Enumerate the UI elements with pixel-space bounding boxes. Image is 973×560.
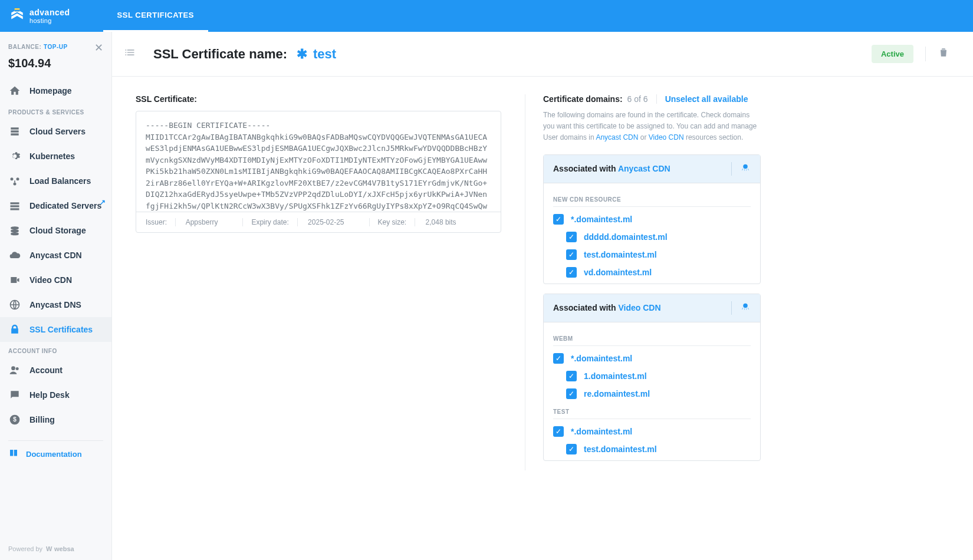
anycast-cdn-box: Associated with Anycast CDN NEW CDN RESO… [543, 154, 761, 284]
users-icon [8, 364, 21, 377]
checkbox-checked-icon[interactable]: ✓ [553, 353, 564, 364]
domain-link[interactable]: 1.domaintest.ml [584, 371, 647, 381]
nav-load-balancers[interactable]: Load Balancers [0, 169, 111, 193]
websa-logo-icon: Wwebsa [46, 545, 79, 553]
domain-row[interactable]: ✓test.domaintest.ml [553, 246, 751, 263]
domain-link[interactable]: *.domaintest.ml [571, 427, 632, 436]
nav-dedicated-servers[interactable]: Dedicated Servers ↗ [0, 193, 111, 218]
nav-video-cdn[interactable]: Video CDN [0, 268, 111, 292]
nav-label: Cloud Storage [29, 226, 86, 235]
brand-logo-icon [9, 8, 25, 24]
checkbox-checked-icon[interactable]: ✓ [553, 426, 564, 437]
domain-row[interactable]: ✓*.domaintest.ml [553, 350, 751, 367]
brand-logo-text: advanced hosting [29, 8, 70, 24]
nav-label: SSL Certificates [29, 325, 93, 334]
nav-label: Dedicated Servers [29, 201, 101, 210]
nav-ssl-certificates[interactable]: SSL Certificates [0, 317, 111, 342]
sidebar-close-icon[interactable]: ✕ [94, 41, 103, 54]
domain-link[interactable]: test.domaintest.ml [584, 250, 657, 259]
domain-row[interactable]: ✓vd.domaintest.ml [553, 263, 751, 281]
anycast-cdn-link[interactable]: Anycast CDN [596, 133, 638, 141]
svg-point-3 [17, 177, 19, 180]
nav-homepage[interactable]: Homepage [0, 78, 111, 103]
anycast-cdn-head-link[interactable]: Anycast CDN [618, 164, 670, 173]
external-link-icon: ↗ [100, 198, 106, 206]
svg-text:W: W [46, 545, 52, 552]
list-icon[interactable] [124, 47, 136, 61]
nav-kubernetes[interactable]: Kubernetes [0, 144, 111, 169]
svg-point-13 [743, 303, 748, 308]
top-bar: advanced hosting SSL CERTIFICATES [0, 0, 973, 32]
resource-label: WEBM [553, 332, 751, 346]
checkbox-checked-icon[interactable]: ✓ [566, 371, 577, 381]
nav-help-desk[interactable]: Help Desk [0, 383, 111, 407]
video-cdn-box: Associated with Video CDN WEBM ✓*.domain… [543, 294, 761, 461]
certificate-box: -----BEGIN CERTIFICATE----- MIID1TCCAr2g… [136, 111, 501, 233]
topnav-tab-ssl[interactable]: SSL CERTIFICATES [103, 0, 208, 32]
brand-logo[interactable]: advanced hosting [9, 8, 70, 24]
documentation-link[interactable]: Documentation [8, 440, 103, 467]
cloud-icon [8, 249, 21, 262]
balance-label: BALANCE: [8, 44, 41, 50]
resource-label: NEW CDN RESOURCE [553, 193, 751, 207]
storage-icon [8, 224, 21, 237]
nav-label: Anycast DNS [29, 300, 81, 309]
domain-link[interactable]: *.domaintest.ml [571, 215, 632, 224]
resource-label: TEST [553, 405, 751, 419]
home-icon [8, 84, 21, 97]
domain-link[interactable]: test.domaintest.ml [584, 444, 657, 454]
wildcard-icon: ✱ [297, 47, 307, 62]
checkbox-checked-icon[interactable]: ✓ [566, 388, 577, 399]
svg-point-4 [14, 183, 17, 186]
checkbox-checked-icon[interactable]: ✓ [553, 214, 564, 225]
certificate-name[interactable]: test [313, 47, 336, 62]
nav-label: Account [29, 365, 63, 375]
globe-icon [8, 298, 21, 311]
svg-text:$: $ [13, 416, 17, 423]
nav-anycast-dns[interactable]: Anycast DNS [0, 292, 111, 317]
lock-icon [8, 323, 21, 336]
nav-label: Anycast CDN [29, 251, 82, 260]
domain-row[interactable]: ✓*.domaintest.ml [553, 210, 751, 228]
domain-row[interactable]: ✓re.domaintest.ml [553, 385, 751, 403]
checkbox-checked-icon[interactable]: ✓ [566, 444, 577, 454]
checkbox-checked-icon[interactable]: ✓ [566, 267, 577, 278]
certificate-body[interactable]: -----BEGIN CERTIFICATE----- MIID1TCCAr2g… [136, 111, 501, 212]
domain-link[interactable]: ddddd.domaintest.ml [584, 232, 668, 242]
nav-label: Billing [29, 415, 55, 424]
powered-by: Powered by Wwebsa [0, 538, 111, 560]
video-icon [8, 274, 21, 286]
gear-icon [8, 150, 21, 163]
rack-icon [8, 199, 21, 212]
domain-link[interactable]: vd.domaintest.ml [584, 268, 652, 277]
nav-account[interactable]: Account [0, 358, 111, 383]
domain-row[interactable]: ✓test.domaintest.ml [553, 440, 751, 458]
domain-link[interactable]: re.domaintest.ml [584, 389, 650, 398]
checkbox-checked-icon[interactable]: ✓ [566, 232, 577, 242]
video-cdn-link[interactable]: Video CDN [649, 133, 684, 141]
svg-point-6 [11, 366, 15, 370]
video-cdn-head-link[interactable]: Video CDN [618, 303, 660, 312]
domain-row[interactable]: ✓*.domaintest.ml [553, 423, 751, 440]
checkbox-checked-icon[interactable]: ✓ [566, 249, 577, 260]
balance-amount: $104.94 [0, 57, 111, 78]
cert-issuer: Issuer: Appsberry [146, 218, 243, 226]
nav-label: Homepage [29, 86, 72, 95]
domains-title: Certificate domains: [543, 94, 623, 104]
nav-cloud-servers[interactable]: Cloud Servers [0, 119, 111, 144]
nav-cloud-storage[interactable]: Cloud Storage [0, 218, 111, 243]
unselect-all-link[interactable]: Unselect all available [665, 94, 748, 104]
dollar-icon: $ [8, 413, 21, 426]
domain-row[interactable]: ✓1.domaintest.ml [553, 367, 751, 385]
topup-link[interactable]: TOP-UP [44, 44, 68, 50]
svg-point-7 [16, 367, 19, 370]
nav-label: Cloud Servers [29, 127, 86, 136]
domain-link[interactable]: *.domaintest.ml [571, 354, 632, 363]
main-content: SSL Certificate name: ✱ test Active SSL … [112, 32, 973, 560]
nav-anycast-cdn[interactable]: Anycast CDN [0, 243, 111, 268]
nav-billing[interactable]: $ Billing [0, 407, 111, 432]
associated-prefix: Associated with [553, 303, 618, 312]
domain-row[interactable]: ✓ddddd.domaintest.ml [553, 228, 751, 246]
delete-button[interactable] [925, 47, 949, 61]
nav-label: Kubernetes [29, 151, 75, 161]
